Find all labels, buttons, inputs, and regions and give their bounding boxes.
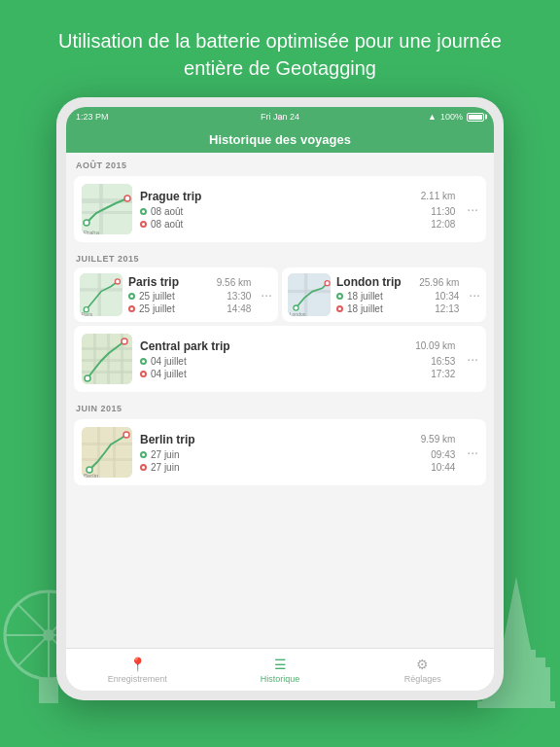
start-time: 10:34 [435,291,459,302]
svg-rect-18 [82,211,132,214]
start-date: 25 juillet [139,291,175,302]
end-date: 04 juillet [151,369,187,379]
start-dot [336,293,343,300]
trip-name-row: Prague trip 2.11 km [140,190,455,203]
trip-name-row-london: London trip 25.96 km [336,275,459,289]
more-button[interactable]: ··· [463,201,478,217]
svg-rect-46 [82,458,132,461]
more-btn-berlin[interactable]: ··· [463,445,478,460]
trip-card-central-park[interactable]: Central park trip 10.09 km 04 juillet 16… [74,326,486,392]
tab-label-enregistrement: Enregistrement [108,674,167,684]
wifi-icon: ▲ [428,112,437,122]
trip-dist-paris: 9.56 km [217,277,252,288]
ipad-screen: 1:23 PM Fri Jan 24 ▲ 100% Historique des… [66,107,494,691]
trip-card-berlin[interactable]: Berlin Berlin trip 9.59 km 27 juin 09:43 [74,419,486,485]
svg-point-43 [122,338,127,344]
start-dot [128,293,135,300]
trip-distance: 2.11 km [421,191,456,201]
end-dot [140,371,147,377]
more-btn-london[interactable]: ··· [465,287,480,302]
svg-text:Berlin: Berlin [84,473,98,478]
two-col-row: Paris Paris trip 9.56 km 25 juillet [74,267,486,322]
content-area: AOÛT 2015 Praha Pr [66,153,494,648]
trip-date-row-end: 08 août 12:08 [140,219,455,230]
battery-icon [467,113,484,122]
section-header-juillet: JUILLET 2015 [66,246,494,267]
start-time: 11:30 [431,206,455,217]
start-date: 08 août [151,206,183,217]
trip-info-london: London trip 25.96 km 18 juillet 10:34 18… [336,275,459,314]
trip-map-paris: Paris [80,273,122,316]
end-dot [128,305,135,312]
trip-dist-berlin: 9.59 km [421,434,456,445]
end-date: 25 juillet [139,303,175,314]
trip-date-berlin-start: 27 juin 09:43 [140,449,455,460]
trip-dates-berlin: 27 juin 09:43 27 juin 10:44 [140,449,455,473]
status-time: 1:23 PM [76,112,109,122]
trip-dates-cp: 04 juillet 16:53 04 juillet 17:32 [140,356,455,379]
trip-map-london: London [288,273,331,316]
trip-name-cp: Central park trip [140,339,230,353]
trip-card-paris[interactable]: Paris Paris trip 9.56 km 25 juillet [74,267,278,322]
trip-name-row-paris: Paris trip 9.56 km [128,275,251,289]
trip-date-london-start: 18 juillet 10:34 [336,291,459,302]
start-date: 04 juillet [151,356,187,367]
end-date: 08 août [151,219,183,230]
trip-date-london-end: 18 juillet 12:13 [336,303,459,314]
nav-title: Historique des voyages [209,132,351,147]
tab-icon-reglages: ⚙ [416,657,429,672]
start-time: 09:43 [431,449,455,460]
trip-info-berlin: Berlin trip 9.59 km 27 juin 09:43 27 jui… [140,433,455,473]
end-dot [140,464,147,471]
svg-text:Praha: Praha [84,230,100,234]
status-bar: 1:23 PM Fri Jan 24 ▲ 100% [66,107,494,126]
svg-point-21 [124,196,130,201]
hero-text: Utilisation de la batterie optimisée pou… [0,0,560,99]
end-time: 17:32 [431,369,455,379]
svg-point-32 [294,305,298,310]
trip-date-paris-start: 25 juillet 13:30 [128,291,251,302]
tab-label-historique: Historique [261,674,300,684]
more-btn-paris[interactable]: ··· [257,287,272,302]
tab-enregistrement[interactable]: 📍 Enregistrement [66,649,209,691]
nav-bar: Historique des voyages [66,126,494,153]
svg-point-33 [325,281,330,286]
svg-text:Paris: Paris [82,311,93,316]
ipad-frame: 1:23 PM Fri Jan 24 ▲ 100% Historique des… [56,97,504,700]
start-dot [140,451,147,458]
trip-map-prague: Praha [82,184,132,234]
trip-date-berlin-end: 27 juin 10:44 [140,462,455,473]
trip-dates: 08 août 11:30 08 août 12:08 [140,206,455,230]
svg-point-42 [85,375,90,381]
svg-line-6 [18,604,49,635]
status-date: Fri Jan 24 [261,112,299,122]
start-dot [140,358,147,365]
svg-point-50 [123,432,129,438]
end-dot [336,305,343,312]
svg-line-8 [18,635,49,666]
trip-card-prague[interactable]: Praha Prague trip 2.11 km 08 août 11:30 [74,176,486,242]
more-btn-cp[interactable]: ··· [463,351,478,367]
trip-card-london[interactable]: London London trip 25.96 km 18 juillet [282,267,486,322]
trip-name-row-cp: Central park trip 10.09 km [140,339,455,353]
section-header-juin: JUIN 2015 [66,396,494,417]
trip-name-london: London trip [336,275,402,289]
battery-fill [469,115,482,120]
trip-date-paris-end: 25 juillet 14:48 [128,303,251,314]
tab-icon-enregistrement: 📍 [129,657,146,672]
tab-reglages[interactable]: ⚙ Réglages [351,649,494,691]
tab-label-reglages: Réglages [404,674,441,684]
tab-bar: 📍 Enregistrement ☰ Historique ⚙ Réglages [66,648,494,691]
trip-map-berlin: Berlin [82,427,132,478]
trip-date-cp-end: 04 juillet 17:32 [140,369,455,379]
start-time: 16:53 [431,356,455,367]
svg-rect-16 [82,184,132,234]
svg-marker-11 [502,577,531,650]
end-dot [140,221,147,228]
tab-historique[interactable]: ☰ Historique [209,649,352,691]
end-time: 12:13 [435,303,459,314]
battery-pct: 100% [440,112,463,122]
trip-date-cp-start: 04 juillet 16:53 [140,356,455,367]
start-date: 18 juillet [347,291,383,302]
svg-rect-10 [39,679,58,703]
